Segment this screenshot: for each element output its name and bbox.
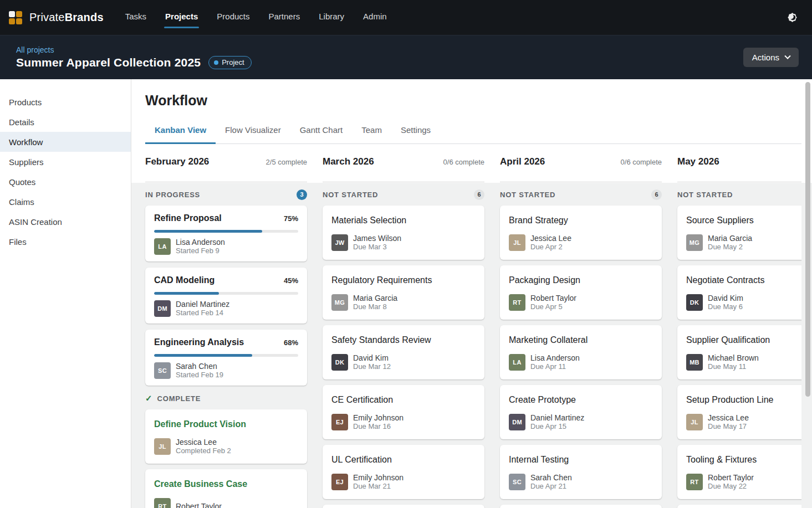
card-title-row: Marketing Collateral: [509, 335, 653, 347]
tab-settings[interactable]: Settings: [391, 121, 440, 144]
card-title-row: Tooling & Fixtures: [686, 455, 801, 467]
task-title: Tooling & Fixtures: [686, 455, 757, 465]
section-count-badge: 3: [297, 189, 307, 200]
progress-bar: [154, 354, 298, 357]
sidebar-item-asin-creation[interactable]: ASIN Creation: [0, 212, 131, 232]
assignee-row: RTRobert Taylor: [154, 498, 298, 508]
assignee-info: Jessica LeeCompleted Feb 2: [176, 438, 231, 455]
task-title: CE Certification: [331, 395, 393, 405]
sidebar-item-products[interactable]: Products: [0, 92, 131, 112]
chevron-down-icon: [784, 53, 790, 59]
task-title: Brand Strategy: [509, 215, 568, 225]
tab-gantt-chart[interactable]: Gantt Chart: [290, 121, 353, 144]
task-card-cad-modeling[interactable]: CAD Modeling45%DMDaniel MartinezStarted …: [145, 268, 307, 324]
task-card-materials-selection[interactable]: Materials SelectionJWJames WilsonDue Mar…: [323, 206, 484, 260]
task-card-refine-proposal[interactable]: Refine Proposal75%LALisa AndersonStarted…: [145, 206, 307, 261]
theme-toggle-sun-moon-icon[interactable]: [785, 11, 799, 24]
kanban-column-march-2026: March 20260/6 completeNOT STARTED6Materi…: [323, 156, 484, 508]
topnav-link-tasks[interactable]: Tasks: [124, 8, 147, 27]
task-card-source-suppliers[interactable]: Source SuppliersMGMaria GarciaDue May 2: [677, 206, 801, 260]
section-label: NOT STARTED: [323, 191, 378, 199]
avatar: SC: [154, 362, 171, 379]
assignee-name: Daniel Martinez: [530, 414, 584, 422]
task-date-meta: Due Apr 5: [530, 303, 576, 311]
sidebar-item-details[interactable]: Details: [0, 112, 131, 132]
topnav-link-admin[interactable]: Admin: [362, 8, 388, 27]
task-card-ul-certification[interactable]: UL CertificationEJEmily JohnsonDue Mar 2…: [323, 445, 484, 499]
section-label: COMPLETE: [157, 394, 201, 403]
scrollbar-thumb[interactable]: [805, 82, 810, 397]
task-card-tooling-fixtures[interactable]: Tooling & FixturesRTRobert TaylorDue May…: [677, 445, 801, 499]
assignee-name: Sarah Chen: [530, 474, 572, 482]
card-title-row: Supplier Qualification: [686, 335, 801, 347]
sidebar-item-quotes[interactable]: Quotes: [0, 172, 131, 192]
assignee-name: Robert Taylor: [176, 502, 222, 508]
task-date-meta: Due Mar 12: [353, 363, 391, 371]
task-percent: 75%: [284, 214, 298, 223]
tab-flow-visualizer[interactable]: Flow Visualizer: [216, 121, 290, 144]
task-card-safety-standards-review[interactable]: Safety Standards ReviewDKDavid KimDue Ma…: [323, 325, 484, 379]
task-card-brand-strategy[interactable]: Brand StrategyJLJessica LeeDue Apr 2: [500, 206, 662, 260]
task-date-meta: Due May 2: [708, 243, 752, 251]
task-card-marketing-collateral[interactable]: Marketing CollateralLALisa AndersonDue A…: [500, 325, 662, 379]
progress-bar-fill: [154, 292, 219, 295]
assignee-row: EJEmily JohnsonDue Mar 16: [331, 414, 476, 430]
avatar: DK: [686, 294, 703, 311]
task-card-engineering-analysis[interactable]: Engineering Analysis68%SCSarah ChenStart…: [145, 330, 307, 386]
task-title: Safety Standards Review: [331, 335, 431, 345]
task-date-meta: Completed Feb 2: [176, 447, 231, 455]
assignee-info: Emily JohnsonDue Mar 16: [353, 414, 404, 430]
avatar: RT: [154, 498, 171, 508]
sidebar-item-claims[interactable]: Claims: [0, 192, 131, 212]
avatar: LA: [509, 354, 525, 371]
avatar: RT: [509, 294, 525, 311]
assignee-name: Emily Johnson: [353, 414, 404, 422]
sidebar-item-suppliers[interactable]: Suppliers: [0, 152, 131, 172]
assignee-row: JLJessica LeeDue May 17: [686, 414, 801, 430]
progress-bar-fill: [154, 354, 252, 357]
column-progress-summary: 0/6 complete: [621, 158, 662, 166]
task-card-negotiate-contracts[interactable]: Negotiate ContractsDKDavid KimDue May 6: [677, 265, 801, 320]
card-title-row: CAD Modeling45%: [154, 275, 298, 288]
card-title-row: Engineering Analysis68%: [154, 337, 298, 350]
assignee-row: EJEmily JohnsonDue Mar 21: [331, 474, 476, 490]
topnav-link-partners[interactable]: Partners: [268, 8, 302, 27]
topnav-link-projects[interactable]: Projects: [164, 8, 199, 27]
task-card-partial[interactable]: [500, 505, 662, 508]
assignee-info: Daniel MartinezDue Apr 15: [530, 414, 584, 430]
card-title-row: Define Product Vision: [154, 419, 298, 432]
breadcrumb-all-projects[interactable]: All projects: [16, 45, 252, 54]
kanban-column-may-2026: May 2026NOT STARTEDSource SuppliersMGMar…: [677, 156, 801, 508]
actions-button[interactable]: Actions: [743, 48, 799, 67]
project-header: All projects Summer Apparel Collection 2…: [0, 35, 812, 79]
avatar: DM: [154, 300, 171, 317]
board-area: February 20262/5 completeIN PROGRESS3Ref…: [131, 144, 812, 508]
assignee-info: Michael BrownDue May 11: [708, 354, 759, 371]
vertical-scrollbar[interactable]: [805, 82, 810, 504]
task-card-packaging-design[interactable]: Packaging DesignRTRobert TaylorDue Apr 5: [500, 265, 662, 320]
tab-kanban-view[interactable]: Kanban View: [145, 121, 216, 144]
task-date-meta: Due Mar 3: [353, 243, 401, 251]
task-card-ce-certification[interactable]: CE CertificationEJEmily JohnsonDue Mar 1…: [323, 385, 484, 439]
assignee-row: MGMaria GarciaDue May 2: [686, 234, 801, 251]
task-card-setup-production-line[interactable]: Setup Production LineJLJessica LeeDue Ma…: [677, 385, 801, 439]
task-card-regulatory-requirements[interactable]: Regulatory RequirementsMGMaria GarciaDue…: [323, 265, 484, 320]
task-card-partial[interactable]: [677, 505, 801, 508]
topnav-link-products[interactable]: Products: [216, 8, 251, 27]
task-title: Negotiate Contracts: [686, 275, 764, 285]
task-card-define-product-vision[interactable]: Define Product VisionJLJessica LeeComple…: [145, 409, 307, 464]
avatar: JL: [154, 438, 171, 455]
task-card-partial[interactable]: [323, 505, 484, 508]
sidebar-item-files[interactable]: Files: [0, 232, 131, 252]
task-card-supplier-qualification[interactable]: Supplier QualificationMBMichael BrownDue…: [677, 325, 801, 379]
assignee-name: Emily Johnson: [353, 474, 404, 482]
topnav-link-library[interactable]: Library: [318, 8, 345, 27]
task-card-internal-testing[interactable]: Internal TestingSCSarah ChenDue Apr 21: [500, 445, 662, 499]
task-title: Materials Selection: [331, 215, 406, 225]
sidebar-item-workflow[interactable]: Workflow: [0, 132, 131, 152]
tab-team[interactable]: Team: [352, 121, 391, 144]
progress-bar: [154, 292, 298, 295]
task-card-create-business-case[interactable]: Create Business CaseRTRobert Taylor: [145, 469, 307, 508]
avatar: MG: [331, 294, 348, 311]
task-card-create-prototype[interactable]: Create PrototypeDMDaniel MartinezDue Apr…: [500, 385, 662, 439]
